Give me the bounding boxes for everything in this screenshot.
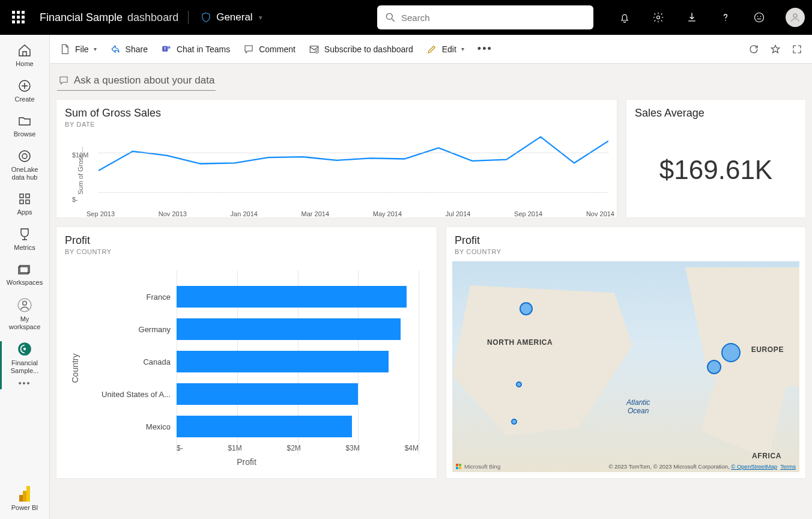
svg-point-0	[386, 13, 392, 19]
account-avatar[interactable]	[786, 8, 805, 27]
svg-rect-31	[456, 467, 458, 469]
terms-link[interactable]: Terms	[780, 463, 796, 470]
help-icon[interactable]	[714, 5, 738, 29]
rail-my-workspace[interactable]: My workspace	[0, 293, 49, 336]
svg-rect-21	[26, 486, 30, 502]
svg-rect-14	[26, 200, 29, 204]
svg-point-3	[725, 20, 726, 21]
rail-home[interactable]: Home	[0, 38, 49, 74]
more-menu[interactable]: •••	[477, 43, 492, 55]
svg-point-20	[23, 348, 26, 350]
svg-point-6	[760, 16, 762, 17]
left-nav-rail: Home Create Browse OneLake data hub Apps…	[0, 35, 50, 519]
comment-button[interactable]: Comment	[243, 44, 295, 55]
rail-create[interactable]: Create	[0, 74, 49, 109]
bubble-mexico[interactable]	[511, 419, 517, 425]
dashboard-canvas: Ask a question about your data Sum of Gr…	[50, 64, 812, 519]
chat-teams-button[interactable]: TChat in Teams	[161, 44, 230, 55]
svg-rect-22	[23, 491, 26, 502]
kpi-value: $169.61K	[626, 122, 805, 217]
svg-point-4	[755, 13, 764, 22]
chevron-down-icon: ▼	[258, 14, 264, 21]
notifications-icon[interactable]	[613, 5, 637, 29]
bubble-france[interactable]	[707, 360, 721, 374]
svg-rect-30	[459, 464, 461, 466]
chat-icon	[58, 75, 69, 86]
favorite-button[interactable]	[770, 44, 781, 55]
tile-profit-bar[interactable]: ProfitBY COUNTRY Country FranceGermanyCa…	[56, 226, 437, 479]
sensitivity-label[interactable]: General ▼	[201, 11, 263, 23]
rail-onelake[interactable]: OneLake data hub	[0, 144, 49, 187]
rail-powerbi[interactable]: Power BI	[0, 479, 49, 519]
bubble-canada[interactable]	[520, 302, 533, 315]
bubble-usa[interactable]	[516, 381, 522, 387]
edit-menu[interactable]: Edit▾	[426, 44, 464, 55]
rail-browse[interactable]: Browse	[0, 109, 49, 144]
svg-point-7	[793, 14, 797, 17]
fullscreen-button[interactable]	[792, 44, 802, 55]
osm-link[interactable]: © OpenStreetMap	[731, 463, 777, 470]
svg-rect-13	[20, 200, 23, 204]
svg-point-9	[19, 151, 30, 162]
workspace-name[interactable]: Financial Sample	[40, 11, 123, 24]
search-icon	[384, 11, 396, 23]
dashboard-toolbar: File▾ Share TChat in Teams Comment Subsc…	[50, 35, 812, 64]
svg-rect-32	[459, 467, 461, 469]
rail-apps[interactable]: Apps	[0, 187, 49, 222]
rail-workspaces[interactable]: Workspaces	[0, 257, 49, 293]
tile-profit-map[interactable]: ProfitBY COUNTRY NORTH AMERICA EUROPE AF…	[446, 226, 806, 479]
qna-input[interactable]: Ask a question about your data	[57, 72, 216, 91]
settings-icon[interactable]	[646, 5, 670, 29]
svg-point-5	[757, 16, 759, 17]
rail-current-workspace[interactable]: Financial Sample...•••	[0, 336, 49, 393]
shield-icon	[201, 11, 211, 23]
svg-line-1	[392, 19, 395, 22]
app-header: Financial Sample dashboard General ▼	[0, 0, 812, 35]
breadcrumb: Financial Sample dashboard	[40, 11, 178, 24]
tile-sales-average-kpi[interactable]: Sales Average $169.61K	[626, 99, 806, 218]
svg-point-18	[23, 302, 27, 306]
svg-rect-12	[26, 194, 29, 198]
download-icon[interactable]	[680, 5, 704, 29]
svg-rect-11	[20, 194, 23, 198]
svg-point-10	[22, 154, 27, 159]
search-input[interactable]	[377, 5, 593, 29]
svg-point-26	[168, 46, 171, 49]
dashboard-name: dashboard	[127, 11, 178, 24]
svg-rect-29	[456, 464, 458, 466]
refresh-button[interactable]	[748, 44, 759, 55]
tile-gross-sales-line[interactable]: Sum of Gross SalesBY DATE Sum of Gross .…	[56, 99, 617, 218]
bubble-germany[interactable]	[721, 343, 741, 362]
svg-rect-23	[19, 495, 23, 502]
file-menu[interactable]: File▾	[59, 44, 97, 55]
waffle-icon[interactable]	[12, 11, 25, 24]
subscribe-button[interactable]: Subscribe to dashboard	[309, 44, 413, 55]
svg-point-2	[657, 16, 660, 19]
feedback-icon[interactable]	[747, 5, 771, 29]
map-viewport[interactable]: NORTH AMERICA EUROPE AFRICA Atlantic Oce…	[452, 261, 799, 472]
rail-metrics[interactable]: Metrics	[0, 222, 49, 258]
share-button[interactable]: Share	[110, 44, 148, 55]
search-container	[377, 5, 593, 29]
